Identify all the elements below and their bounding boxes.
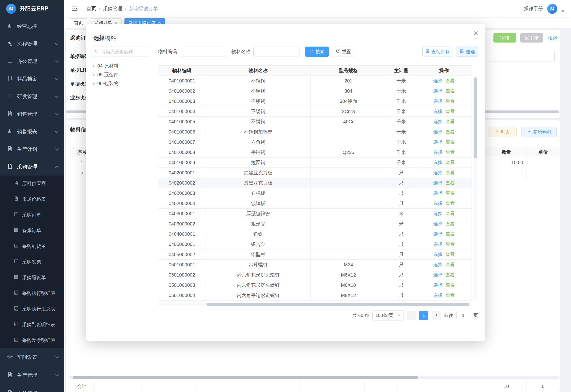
page-number-1[interactable]: 1 (419, 311, 428, 320)
select-link[interactable]: 选择 (433, 221, 442, 226)
sidebar-subitem[interactable]: 备库订单 (0, 223, 64, 238)
view-link[interactable]: 查看 (446, 180, 455, 185)
breadcrumb-home[interactable]: 首页 (87, 5, 96, 12)
material-row[interactable]: 0401000002不锈钢304千米选择查看 (158, 86, 472, 96)
material-row[interactable]: 0501000004内六角平端紧定螺钉M8X12只选择查看 (158, 290, 472, 301)
material-row[interactable]: 0401000001不锈钢201千米选择查看 (158, 76, 472, 86)
select-link[interactable]: 选择 (433, 293, 442, 298)
material-row[interactable]: 0501000001吊环螺钉M24只选择查看 (158, 260, 472, 270)
tab-home[interactable]: 首页 (70, 18, 87, 27)
view-link[interactable]: 查看 (446, 129, 455, 134)
hscrollbar-thumb[interactable] (207, 303, 469, 306)
view-link[interactable]: 查看 (446, 88, 455, 93)
select-link[interactable]: 选择 (433, 252, 442, 257)
material-row[interactable]: 0405000002铝型材只选择查看 (158, 250, 472, 260)
view-link[interactable]: 查看 (446, 262, 455, 267)
vscrollbar-thumb[interactable] (474, 77, 477, 158)
material-row[interactable]: 0401000007六角钢千米选择查看 (158, 137, 472, 147)
material-row[interactable]: 0501000002内六角花形沉头螺钉M6X12只选择查看 (158, 270, 472, 280)
view-link[interactable]: 查看 (446, 231, 455, 236)
select-link[interactable]: 选择 (433, 98, 442, 104)
sidebar-item[interactable]: 料品档案 (0, 70, 64, 88)
sidebar-item[interactable]: 采购管理 (0, 158, 64, 176)
sidebar-subitem[interactable]: 采购订单 (0, 207, 64, 223)
view-link[interactable]: 查看 (446, 221, 455, 226)
view-link[interactable]: 查看 (446, 140, 455, 144)
select-link[interactable]: 选择 (433, 129, 442, 134)
view-link[interactable]: 查看 (446, 211, 455, 216)
line-qty[interactable] (486, 168, 527, 179)
select-link[interactable]: 选择 (433, 242, 442, 247)
select-link[interactable]: 选择 (433, 191, 442, 196)
material-row[interactable]: 0402000003石棉板只选择查看 (158, 188, 472, 198)
material-row[interactable]: 0402000001红黑亚克力板只选择查看 (158, 168, 472, 178)
material-name-input[interactable] (253, 47, 300, 57)
view-link[interactable]: 查看 (446, 252, 455, 257)
audit-button[interactable]: 审核 (494, 33, 516, 42)
material-row[interactable]: 0402000004镀锌板只选择查看 (158, 198, 472, 209)
query-all-button[interactable]: 查询所有 (422, 47, 452, 57)
multi-select-button[interactable]: 连选 (457, 47, 478, 57)
goto-page-input[interactable] (456, 311, 470, 320)
select-link[interactable]: 选择 (433, 272, 442, 277)
avatar[interactable]: M (547, 4, 557, 14)
material-row[interactable]: 0401000009拉圆钢千米选择查看 (158, 157, 472, 168)
material-row[interactable]: 0404000001角铁只选择查看 (158, 229, 472, 239)
select-link[interactable]: 选择 (433, 231, 442, 236)
sidebar-subitem[interactable]: 采购退货单 (0, 270, 64, 285)
select-link[interactable]: 选择 (433, 140, 442, 144)
caret-down-icon[interactable] (561, 11, 564, 12)
material-row[interactable]: 0403000002矩形管米选择查看 (158, 219, 472, 229)
sidebar-subitem[interactable]: 市场价格表 (0, 191, 64, 207)
manual-link[interactable]: 操作手册 (524, 5, 543, 12)
view-link[interactable]: 查看 (446, 150, 455, 155)
view-link[interactable]: 查看 (446, 191, 455, 196)
import-button[interactable]: 引入 (488, 127, 516, 137)
select-link[interactable]: 选择 (433, 211, 442, 216)
select-link[interactable]: 选择 (433, 88, 442, 93)
sidebar-item[interactable]: 生产计划 (0, 140, 64, 158)
sidebar-subitem[interactable]: 采购发票明细表 (0, 332, 64, 348)
material-row[interactable]: 0401000006不锈钢加热带千米选择查看 (158, 127, 472, 137)
line-price[interactable] (527, 168, 560, 179)
select-link[interactable]: 选择 (433, 119, 442, 124)
view-link[interactable]: 查看 (446, 78, 455, 83)
caret-right-icon[interactable] (93, 65, 95, 68)
next-page-button[interactable] (432, 311, 441, 320)
sidebar-subitem[interactable]: 原料供应商 (0, 176, 64, 191)
caret-right-icon[interactable] (93, 73, 95, 76)
sidebar-item[interactable]: 流程管理 (0, 35, 64, 53)
hscrollbar-thumb[interactable] (73, 376, 418, 379)
tree-node[interactable]: 05-五金件 (92, 70, 149, 79)
material-row[interactable]: 0401000003不锈钢304镜面千米选择查看 (158, 96, 472, 106)
material-row[interactable]: 0402000002透黑亚克力板只选择查看 (158, 178, 472, 188)
sidebar-item[interactable]: 研发管理 (0, 88, 64, 105)
tree-node[interactable]: 06-包装物 (92, 79, 149, 88)
sidebar-subitem[interactable]: 采购发票 (0, 254, 64, 270)
sidebar-subitem[interactable]: 采购到货明细表 (0, 317, 64, 332)
select-link[interactable]: 选择 (433, 78, 442, 83)
sidebar-subitem[interactable]: 采购到货单 (0, 238, 64, 254)
select-link[interactable]: 选择 (433, 201, 442, 206)
prev-page-button[interactable] (407, 311, 416, 320)
select-link[interactable]: 选择 (433, 282, 442, 287)
sidebar-item[interactable]: 办公管理 (0, 53, 64, 70)
breadcrumb-section[interactable]: 采购管理 (103, 5, 122, 12)
view-link[interactable]: 查看 (446, 272, 455, 277)
sidebar-item[interactable]: 销售报表 (0, 123, 64, 140)
select-link[interactable]: 选择 (433, 180, 442, 185)
page-size-select[interactable]: 100条/页 (372, 310, 404, 321)
collapse-link[interactable]: 收起 (548, 35, 557, 41)
view-link[interactable]: 查看 (446, 293, 455, 298)
material-row[interactable]: 0401000004不锈钢2Cr13千米选择查看 (158, 106, 472, 117)
view-link[interactable]: 查看 (446, 170, 455, 175)
line-price[interactable] (527, 157, 560, 168)
material-row[interactable]: 0401000005不锈钢40Cr千米选择查看 (158, 117, 472, 127)
sidebar-item[interactable]: 销售管理 (0, 105, 64, 123)
material-row[interactable]: 0401000008平键钢Q235千米选择查看 (158, 147, 472, 157)
view-link[interactable]: 查看 (446, 160, 455, 165)
category-search-input[interactable] (101, 49, 146, 55)
sidebar-subitem[interactable]: 采购执行明细表 (0, 285, 64, 301)
sidebar-item[interactable]: 委外管理 (0, 384, 64, 392)
line-qty[interactable]: 10.00 (486, 157, 527, 168)
